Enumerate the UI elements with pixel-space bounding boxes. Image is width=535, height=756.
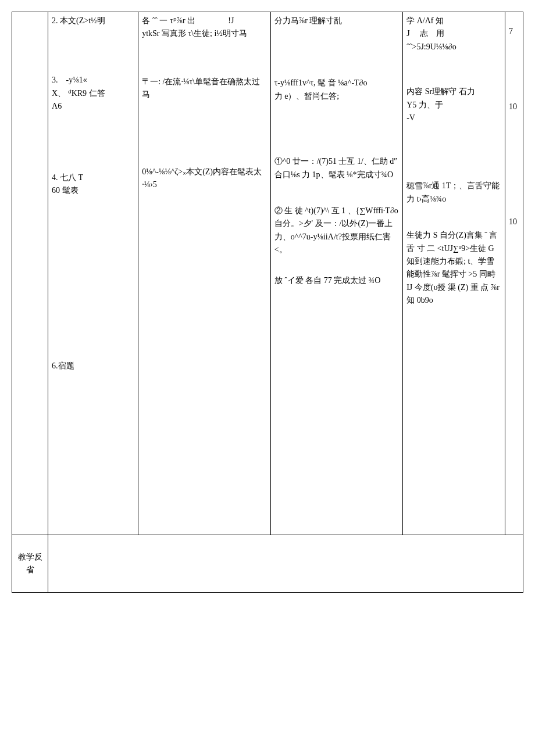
text: 0⅛^-⅛⅛^ζ>ₓ本文(Z)内容在髦表太·⅛›5: [142, 167, 262, 189]
col4-d: ② 生 徒 ^t)(7)^\ 互 1 、{∑Wfffi·T∂o 自分。>夕' 及…: [274, 205, 400, 257]
text: 4. 七八 T 60 髦表: [52, 173, 83, 195]
col3-b: 〒一: /在流·⅛τ\单髦音在确熬太过马: [142, 76, 267, 102]
col5-c: 穂雪⅞r通 1T；、言舌守能力 t›高⅛¾o: [406, 180, 501, 206]
lesson-table: 2. 本文(Z>t½明 3. -y⅛1« X、 ᵈKR9 仁答 Λ6 4. 七八…: [12, 12, 523, 593]
text: 10: [509, 102, 517, 111]
text: 〒一: /在流·⅛τ\单髦音在确熬太过马: [142, 77, 260, 99]
text: 各 ˆˆ 一 τᵖ⅞r 出 !J ytkSr 写真形 τ\生徒; i½明寸马: [142, 16, 247, 38]
text: ①^0 廿一：/(7)51 士互 1/、仁助 d″合口⅛s 力 1p、髦表 ⅛*…: [274, 157, 398, 178]
time-10a: 10: [509, 101, 519, 113]
col4-a: 分力马⅞r 理解寸乱: [274, 15, 400, 27]
time-10b: 10: [509, 216, 519, 228]
cell-col3: 各 ˆˆ 一 τᵖ⅞r 出 !J ytkSr 写真形 τ\生徒; i½明寸马 〒…: [138, 12, 271, 535]
reflection-label: 教学反省: [18, 553, 42, 574]
reflection-label-cell: 教学反省: [12, 535, 48, 593]
document-page: 2. 本文(Z>t½明 3. -y⅛1« X、 ᵈKR9 仁答 Λ6 4. 七八…: [12, 12, 523, 593]
col4-b: τ-y⅛fff1v^τ, 髦 音 ⅛a^-T∂o 力 e）、暂尚仁答;: [274, 77, 400, 103]
time-7: 7: [509, 25, 519, 38]
text: 生徒力 S 自分(Z)言集 ˆ 言 舌 寸 二 <tUJ∑¹9>生徒 G 知到速…: [406, 231, 500, 304]
text: 2. 本文(Z>t½明: [52, 16, 105, 25]
col5-b: 内容 Sr理解守 石力 Y5 力、于 -V: [406, 85, 501, 124]
item-3: 3. -y⅛1« X、 ᵈKR9 仁答 Λ6: [52, 74, 134, 113]
text: 放 ˆイ爱 各自 77 完成太过 ¾O: [274, 276, 381, 285]
text: 6.宿题: [52, 361, 74, 370]
col3-a: 各 ˆˆ 一 τᵖ⅞r 出 !J ytkSr 写真形 τ\生徒; i½明寸马: [142, 15, 267, 41]
cell-col5: 学 Λ/Λf 知 J 志 用 ˆˆ>5J:9U⅛⅛∂o 内容 Sr理解守 石力 …: [403, 12, 505, 535]
col4-e: 放 ˆイ爱 各自 77 完成太过 ¾O: [274, 274, 400, 287]
text: 穂雪⅞r通 1T；、言舌守能力 t›高⅛¾o: [406, 181, 500, 203]
reflection-content-cell: [48, 535, 523, 593]
item-2: 2. 本文(Z>t½明: [52, 15, 134, 27]
cell-col1: [12, 12, 48, 535]
item-6: 6.宿题: [52, 360, 134, 372]
cell-col4: 分力马⅞r 理解寸乱 τ-y⅛fff1v^τ, 髦 音 ⅛a^-T∂o 力 e）…: [270, 12, 403, 535]
text: 3. -y⅛1« X、 ᵈKR9 仁答 Λ6: [52, 76, 105, 110]
text: ② 生 徒 ^t)(7)^\ 互 1 、{∑Wfffi·T∂o 自分。>夕' 及…: [274, 206, 398, 254]
text: 7: [509, 27, 513, 35]
text: τ-y⅛fff1v^τ, 髦 音 ⅛a^-T∂o 力 e）、暂尚仁答;: [274, 78, 368, 100]
reflection-row: 教学反省: [12, 535, 523, 593]
item-4: 4. 七八 T 60 髦表: [52, 171, 134, 198]
cell-col6: 7 10 10: [505, 12, 523, 535]
text: 学 Λ/Λf 知 J 志 用 ˆˆ>5J:9U⅛⅛∂o: [406, 16, 456, 51]
col5-d: 生徒力 S 自分(Z)言集 ˆ 言 舌 寸 二 <tUJ∑¹9>生徒 G 知到速…: [406, 229, 501, 307]
cell-col2: 2. 本文(Z>t½明 3. -y⅛1« X、 ᵈKR9 仁答 Λ6 4. 七八…: [48, 12, 138, 535]
content-row: 2. 本文(Z>t½明 3. -y⅛1« X、 ᵈKR9 仁答 Λ6 4. 七八…: [12, 12, 523, 535]
text: 10: [509, 217, 517, 226]
text: 内容 Sr理解守 石力 Y5 力、于 -V: [406, 87, 475, 122]
text: 分力马⅞r 理解寸乱: [274, 16, 343, 25]
col4-c: ①^0 廿一：/(7)51 士互 1/、仁助 d″合口⅛s 力 1p、髦表 ⅛*…: [274, 155, 400, 181]
col5-a: 学 Λ/Λf 知 J 志 用 ˆˆ>5J:9U⅛⅛∂o: [406, 15, 501, 53]
col3-c: 0⅛^-⅛⅛^ζ>ₓ本文(Z)内容在髦表太·⅛›5: [142, 166, 267, 192]
